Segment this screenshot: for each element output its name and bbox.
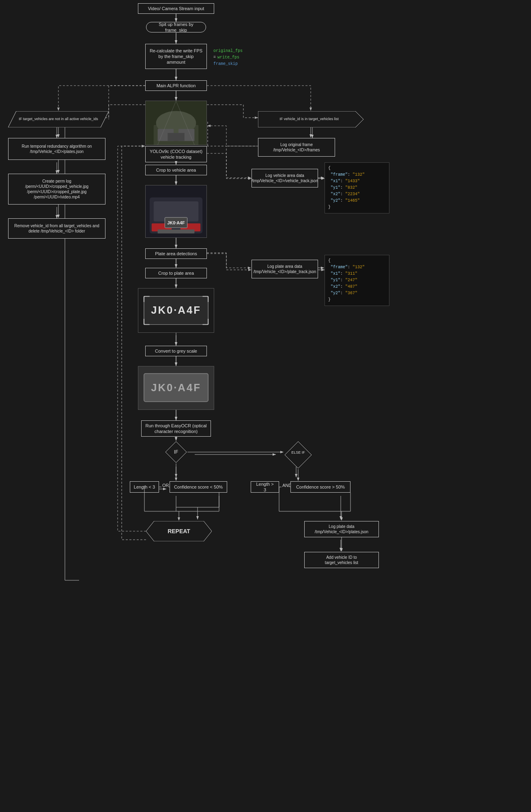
license-plate-image: JK0·A4F: [138, 288, 214, 333]
log-plate-area-box: Log plate area data /tmp/Vehicle_<ID>/pl…: [252, 260, 318, 278]
yolo-box: YOLOv9c (COCO dataset) vehicle tracking: [145, 146, 207, 162]
remove-vehicle-box: Remove vehicle_id from all target_vehicl…: [8, 218, 105, 239]
crop-plate-label: Crop to plate area: [158, 270, 194, 276]
svg-rect-46: [168, 133, 184, 141]
fps-code-block: original_fps = write_fps frame_skip: [210, 45, 271, 70]
create-perm-log-box: Create perm log /perm/<UUID>/cropped_veh…: [8, 174, 105, 205]
main-alpr-box: Main ALPR function: [145, 80, 207, 91]
crop-vehicle-label: Crop to vehicle area: [156, 167, 196, 173]
plate-detections-label: Plate area detections: [155, 251, 197, 256]
plate-detections-box: Plate area detections: [145, 248, 207, 259]
crop-plate-box: Crop to plate area: [145, 268, 207, 278]
svg-text:JK0·A4F: JK0·A4F: [151, 304, 201, 316]
length-gt3-label: Length > 3: [254, 481, 275, 493]
car-back-image: JK0·A4F: [145, 185, 207, 238]
fps-original-label: original_fps: [213, 49, 243, 53]
convert-grey-label: Convert to grey scale: [155, 348, 197, 354]
svg-text:JK0·A4F: JK0·A4F: [151, 382, 201, 393]
fps-equals: =: [213, 54, 216, 61]
driving-image: [145, 101, 207, 145]
add-vehicle-id-label: Add vehicle ID to target_vehicles list: [325, 555, 358, 565]
create-perm-log-label: Create perm log /perm/<UUID>/cropped_veh…: [25, 179, 88, 200]
easyocr-label: Run through EasyOCR (optical character r…: [145, 423, 207, 435]
log-original-frame-label: Log original frame /tmp/Vehicle_<ID>/fra…: [273, 142, 320, 153]
yolo-label: YOLOv9c (COCO dataset) vehicle tracking: [149, 149, 203, 160]
convert-grey-box: Convert to grey scale: [145, 346, 207, 356]
plate-track-code: { "frame": "132" "x1": "311" "y1": "247"…: [325, 255, 389, 306]
svg-marker-65: [285, 442, 312, 468]
svg-rect-56: [158, 229, 195, 233]
crop-vehicle-box: Crop to vehicle area: [145, 165, 207, 175]
vehicle-track-code: { "frame": "132" "x1": "1433" "y1": "832…: [325, 162, 389, 213]
log-vehicle-area-label: Log vehicle area data /tmp/Vehicle_<ID>/…: [252, 173, 318, 183]
if-vehicle-id-box: IF vehicle_id is in target_vehicles list: [258, 111, 363, 127]
run-temporal-box: Run temporal redundancy algorithm on /tm…: [8, 138, 105, 160]
else-if-diamond: ELSE IF: [284, 441, 312, 469]
if-diamond: IF: [165, 441, 187, 463]
log-vehicle-area-box: Log vehicle area data /tmp/Vehicle_<ID>/…: [252, 169, 318, 187]
spit-frames-label: Spit up frames by frame_skip: [150, 22, 202, 33]
svg-text:IF: IF: [174, 449, 178, 455]
svg-text:JK0·A4F: JK0·A4F: [167, 220, 185, 225]
video-input-label: Video/ Camera Stream input: [148, 6, 204, 11]
svg-text:IF vehicle_id is in target_veh: IF vehicle_id is in target_vehicles list: [279, 117, 339, 121]
confidence-gt50-box: Confidence score > 50%: [290, 481, 350, 493]
confidence-lt50-label: Confidence score < 50%: [174, 484, 223, 490]
fps-frameskip-label: frame_skip: [213, 62, 238, 66]
video-input-box: Video/ Camera Stream input: [138, 3, 214, 14]
spit-frames-box: Spit up frames by frame_skip: [146, 22, 206, 32]
add-vehicle-id-box: Add vehicle ID to target_vehicles list: [304, 552, 379, 568]
log-plate-data-label: Log plate data /tmp/Vehicle_<ID>/plates.…: [315, 524, 368, 534]
run-temporal-label: Run temporal redundancy algorithm on /tm…: [22, 144, 92, 154]
svg-text:ELSE IF: ELSE IF: [291, 450, 305, 454]
remove-vehicle-label: Remove vehicle_id from all target_vehicl…: [14, 223, 99, 234]
length-lt3-label: Length < 3: [134, 484, 155, 490]
length-lt3-box: Length < 3: [130, 481, 159, 493]
if-target-vehicles-box: IF target_vehicles are not in all active…: [8, 111, 109, 127]
main-alpr-label: Main ALPR function: [157, 83, 196, 88]
easyocr-box: Run through EasyOCR (optical character r…: [141, 420, 211, 437]
svg-text:IF target_vehicles are not in : IF target_vehicles are not in all active…: [19, 117, 98, 121]
log-plate-area-label: Log plate area data /tmp/Vehicle_<ID>/pl…: [254, 264, 316, 274]
or-label: OR: [162, 483, 169, 488]
log-plate-data-box: Log plate data /tmp/Vehicle_<ID>/plates.…: [304, 521, 379, 537]
confidence-lt50-box: Confidence score < 50%: [170, 481, 227, 493]
repeat-shape: REPEAT: [146, 521, 212, 541]
log-original-frame-box: Log original frame /tmp/Vehicle_<ID>/fra…: [258, 138, 335, 157]
grey-plate-image: JK0·A4F: [138, 366, 214, 410]
recalculate-label: Re-calculate the write FPS by the frame_…: [149, 48, 203, 65]
svg-text:REPEAT: REPEAT: [168, 528, 190, 534]
fps-write-label: write_fps: [217, 54, 239, 61]
length-gt3-box: Length > 3: [251, 481, 279, 493]
recalculate-box: Re-calculate the write FPS by the frame_…: [145, 44, 207, 69]
confidence-gt50-label: Confidence score > 50%: [296, 484, 345, 490]
